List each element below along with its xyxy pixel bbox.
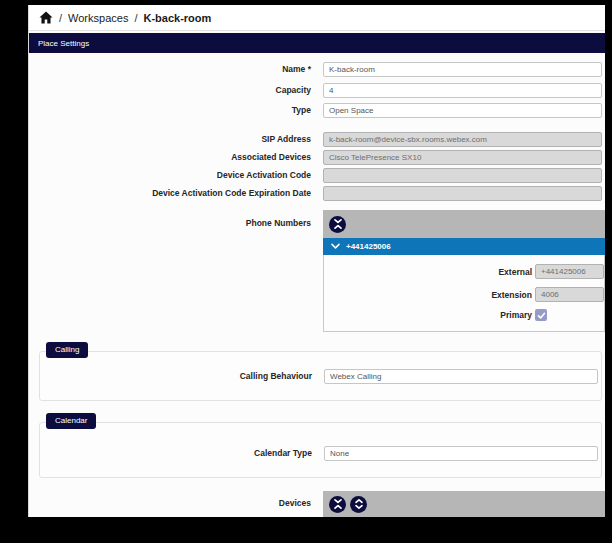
detail-row-extension: Extension [324, 287, 604, 302]
primary-checkbox[interactable] [535, 309, 547, 321]
form-row-devices: Devices [29, 491, 605, 517]
activation-code-expiration-label: Device Activation Code Expiration Date [29, 188, 311, 198]
chevron-down-icon [331, 243, 340, 250]
phone-numbers-panel: +441425006 External Extension Primary [323, 210, 605, 332]
app-window: / Workspaces / K-back-room Place Setting… [28, 5, 605, 517]
phone-number-entry-header[interactable]: +441425006 [323, 238, 605, 255]
form-row-capacity: Capacity [29, 83, 605, 98]
form-row-sip-address: SIP Address [29, 132, 605, 147]
calendar-type-label: Calendar Type [40, 448, 312, 458]
external-input [535, 264, 604, 279]
calendar-section: Calendar Calendar Type [39, 422, 602, 478]
sip-address-input [323, 132, 602, 147]
form-row-calendar-type: Calendar Type [40, 446, 601, 461]
name-label: Name * [29, 64, 311, 74]
form-row-calling-behaviour: Calling Behaviour [40, 369, 601, 384]
calling-section-badge[interactable]: Calling [46, 342, 88, 358]
calendar-type-select[interactable] [324, 446, 598, 461]
form-row-phone-numbers: Phone Numbers [29, 210, 605, 332]
collapse-all-icon[interactable] [329, 216, 346, 233]
form-row-type: Type [29, 103, 605, 118]
activation-code-input [323, 168, 602, 183]
collapse-all-icon[interactable] [329, 496, 346, 513]
phone-number-value: +441425006 [346, 242, 391, 251]
breadcrumb: / Workspaces / K-back-room [29, 5, 605, 31]
detail-row-external: External [324, 264, 604, 279]
expand-all-icon[interactable] [350, 496, 367, 513]
calendar-section-badge[interactable]: Calendar [46, 413, 96, 429]
phone-panel-toolbar [323, 210, 605, 238]
devices-label: Devices [29, 498, 311, 508]
home-icon[interactable] [39, 11, 53, 24]
primary-label: Primary [324, 310, 532, 320]
associated-devices-label: Associated Devices [29, 152, 311, 162]
breadcrumb-separator: / [59, 12, 62, 24]
activation-code-expiration-input [323, 186, 602, 201]
external-label: External [324, 267, 532, 277]
form-row-activation-code: Device Activation Code [29, 168, 605, 183]
activation-code-label: Device Activation Code [29, 170, 311, 180]
form-row-name: Name * [29, 62, 605, 77]
type-select[interactable] [323, 103, 602, 118]
capacity-input[interactable] [323, 83, 602, 98]
sip-address-label: SIP Address [29, 134, 311, 144]
phone-number-details: External Extension Primary [323, 255, 605, 332]
breadcrumb-item-workspaces[interactable]: Workspaces [68, 12, 128, 24]
checkmark-icon [537, 311, 546, 320]
phone-numbers-label: Phone Numbers [29, 218, 311, 228]
devices-panel-toolbar [323, 491, 605, 517]
calling-behaviour-label: Calling Behaviour [40, 371, 312, 381]
section-title: Place Settings [38, 39, 89, 48]
form-row-activation-code-expiration: Device Activation Code Expiration Date [29, 186, 605, 201]
breadcrumb-separator: / [134, 12, 137, 24]
name-input[interactable] [323, 62, 602, 77]
associated-devices-input [323, 150, 602, 165]
extension-input [535, 287, 604, 302]
form-row-associated-devices: Associated Devices [29, 150, 605, 165]
section-header-place-settings: Place Settings [29, 33, 605, 53]
place-settings-form: Name * Capacity Type SIP Address Associa… [29, 53, 605, 517]
type-label: Type [29, 105, 311, 115]
breadcrumb-current-page: K-back-room [143, 12, 211, 24]
screen: { "breadcrumb": { "sep1": "/", "sep2": "… [0, 0, 612, 543]
capacity-label: Capacity [29, 85, 311, 95]
extension-label: Extension [324, 290, 532, 300]
detail-row-primary: Primary [324, 309, 604, 321]
calling-behaviour-select[interactable] [324, 369, 598, 384]
calling-section: Calling Calling Behaviour [39, 351, 602, 401]
